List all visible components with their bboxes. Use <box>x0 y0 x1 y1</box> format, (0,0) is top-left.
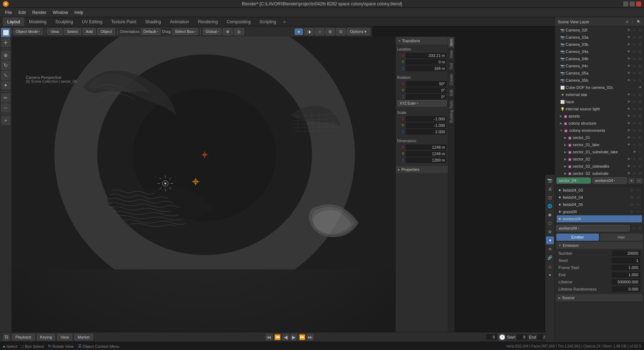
close-button[interactable] <box>636 1 641 6</box>
render-properties-icon[interactable]: 📷 <box>546 176 554 184</box>
vis-viewport-icon[interactable]: □ <box>638 99 643 104</box>
vis-render-icon[interactable]: ○ <box>632 28 637 33</box>
annotate-tool[interactable]: ✏ <box>1 93 10 102</box>
outliner-item-sector-01-lake[interactable]: ▶ ▣ sector_01_lake 👁 ○ □ <box>555 141 644 148</box>
move-tool[interactable]: ⊕ <box>1 51 10 60</box>
scale-x-value[interactable]: -1.000 <box>406 116 447 122</box>
vis-eye-icon[interactable]: 👁 <box>626 63 631 68</box>
outliner-item-camera-03b[interactable]: 📷 Camera_03b 👁 ○ □ <box>555 41 644 48</box>
dim-x-value[interactable]: 1248 m <box>406 144 447 150</box>
outliner-item-camera-02f[interactable]: 📷 Camera_02f 👁 ○ □ <box>555 27 644 34</box>
vis-viewport-icon[interactable]: □ <box>638 71 643 76</box>
vis-viewport-icon[interactable]: □ <box>638 106 643 111</box>
lifetime-value[interactable]: 500000.000 <box>612 279 640 285</box>
particle-visibility-icon[interactable]: □ <box>629 202 634 207</box>
vis-render-icon[interactable]: ○ <box>632 35 637 40</box>
menu-window[interactable]: Window <box>50 9 71 16</box>
n-tab-building[interactable]: Building Tools <box>448 98 454 125</box>
viewport-shading-material[interactable]: ◑ <box>304 28 314 35</box>
vis-eye-icon[interactable]: 👁 <box>638 85 643 90</box>
collection-expand-icon[interactable]: ▶ <box>560 115 562 118</box>
outliner-sync-button[interactable]: ↔ <box>630 19 635 24</box>
object-menu[interactable]: Object <box>97 28 115 35</box>
outliner-item-camera-05a[interactable]: 📷 Camera_05a 👁 ○ □ <box>555 69 644 77</box>
collection-expand-icon[interactable]: ▼ <box>560 129 563 132</box>
vis-viewport-icon[interactable]: □ <box>638 157 643 162</box>
outliner-item-assets[interactable]: ▶ ▣ assets 👁 ○ □ <box>555 112 644 120</box>
vis-render-icon[interactable]: ○ <box>632 42 637 47</box>
tab-texture-paint[interactable]: Texture Paint <box>107 17 141 26</box>
loc-z-value[interactable]: 166 m <box>406 66 447 71</box>
add-workspace-button[interactable]: + <box>281 18 288 25</box>
start-frame[interactable]: 9 <box>517 334 527 340</box>
playback-menu[interactable]: Playback <box>12 334 35 340</box>
play-reverse-btn[interactable]: ◀ <box>282 334 289 341</box>
outliner-item-sector-02-substrate[interactable]: ▶ ▣ sector_02_substrate 👁 ○ □ <box>555 170 644 175</box>
object-mode-dropdown[interactable]: Object Mode ▾ <box>13 28 43 35</box>
selected-system-dropdown[interactable]: workers04 ▾ <box>556 225 630 231</box>
outliner-search-button[interactable]: 🔍 <box>636 19 641 24</box>
tab-animation[interactable]: Animation <box>166 17 193 26</box>
vis-render-icon[interactable]: ○ <box>632 121 637 126</box>
select-menu[interactable]: Select <box>64 28 81 35</box>
keying-menu[interactable]: Keying <box>37 334 55 340</box>
outliner-item-haze[interactable]: ⬜ haze 👁 ○ □ <box>555 98 644 105</box>
viewport-overlay[interactable]: ⊟ <box>325 28 335 35</box>
vis-eye-icon[interactable]: 👁 <box>626 78 631 83</box>
rotate-tool[interactable]: ↻ <box>1 61 10 70</box>
vis-eye-icon[interactable]: 👁 <box>626 164 631 169</box>
current-frame[interactable]: 9 <box>486 334 497 340</box>
outliner-item-camera-04a[interactable]: 📷 Camera_04a 👁 ○ □ <box>555 48 644 55</box>
n-tab-item[interactable]: Item <box>448 37 454 48</box>
vis-eye-icon[interactable]: 👁 <box>626 135 631 140</box>
vis-viewport-icon[interactable]: □ <box>638 49 643 54</box>
play-btn[interactable]: ▶ <box>290 334 297 341</box>
new-particle-system-btn[interactable]: + <box>628 178 635 183</box>
vis-eye-icon[interactable]: 👁 <box>626 121 631 126</box>
end-value[interactable]: 1.000 <box>612 272 640 278</box>
select-tool[interactable]: ⬜ <box>1 28 10 37</box>
vis-eye-icon[interactable]: 👁 <box>626 42 631 47</box>
vis-eye-icon[interactable]: 👁 <box>626 35 631 40</box>
particle-render-icon[interactable]: ○ <box>636 188 641 193</box>
system-render-btn[interactable]: □ <box>638 226 643 231</box>
vis-viewport-icon[interactable]: □ <box>638 128 643 133</box>
number-value[interactable]: 20000 <box>612 250 640 256</box>
vis-eye-icon[interactable]: 👁 <box>626 71 631 76</box>
minimize-button[interactable] <box>623 1 628 6</box>
menu-file[interactable]: File <box>2 9 15 16</box>
view-menu-timeline[interactable]: View <box>57 334 72 340</box>
n-tab-view[interactable]: View <box>448 48 454 61</box>
vis-eye-icon[interactable]: 👁 <box>626 49 631 54</box>
modifier-properties-icon[interactable]: ⚙ <box>546 228 554 236</box>
vis-viewport-icon[interactable]: □ <box>638 28 643 33</box>
viewport-shading-solid[interactable]: ● <box>294 28 303 35</box>
menu-help[interactable]: Help <box>72 9 86 16</box>
outliner-item-sector-02-sidewalks[interactable]: ▶ ▣ sector_02_sidewalks 👁 ○ □ <box>555 163 644 170</box>
menu-render[interactable]: Render <box>29 9 49 16</box>
vis-render-icon[interactable]: ○ <box>632 128 637 133</box>
constraints-properties-icon[interactable]: 🔗 <box>546 254 554 262</box>
seed-value[interactable]: 1 <box>612 258 640 263</box>
next-keyframe-btn[interactable]: ⏩ <box>298 334 306 341</box>
particle-item-workers04[interactable]: ⁕ workers04 □ ○ <box>557 215 642 222</box>
outliner-item-sector-01[interactable]: ▶ ▣ sector_01 👁 ○ □ <box>555 134 644 141</box>
rot-z-value[interactable]: 0° <box>406 94 447 100</box>
tab-rendering[interactable]: Rendering <box>194 17 222 26</box>
orientation-dropdown[interactable]: Default ▾ <box>141 28 161 35</box>
timeline-type-btn[interactable]: ⧉ <box>3 334 10 341</box>
particles-properties-icon[interactable]: ⁕ <box>546 236 554 244</box>
vis-render-icon[interactable]: ○ <box>632 164 637 169</box>
view-layer-properties-icon[interactable]: ◫ <box>546 193 554 201</box>
tab-uv-editing[interactable]: UV Editing <box>78 17 107 26</box>
particle-render-icon[interactable]: ○ <box>636 195 641 200</box>
transform-section-header[interactable]: ▼ Transform <box>396 37 448 44</box>
vis-viewport-icon[interactable]: □ <box>638 171 643 175</box>
vis-viewport-icon[interactable]: □ <box>638 121 643 126</box>
hair-tab[interactable]: Hair <box>600 234 643 241</box>
emitter-tab[interactable]: Emitter <box>556 234 599 241</box>
rotation-mode-dropdown[interactable]: XYZ Euler ▾ <box>397 100 447 106</box>
vis-eye-icon[interactable]: 👁 <box>626 56 631 61</box>
vis-viewport-icon[interactable]: □ <box>638 164 643 169</box>
workers04-dropdown[interactable]: workers04 ▾ <box>592 177 627 184</box>
